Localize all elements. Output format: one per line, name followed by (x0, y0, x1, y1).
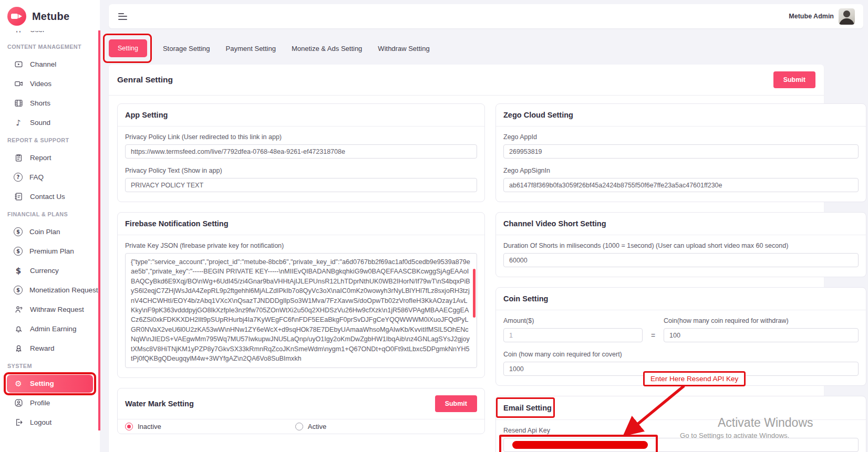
active-radio[interactable] (295, 423, 303, 430)
dollar-circle-icon: $ (14, 247, 23, 256)
coin-withdraw-input[interactable]: 100 (664, 328, 859, 342)
sidebar-item-logout[interactable]: Logout (0, 413, 100, 432)
tab-withdraw-setting[interactable]: Withdraw Setting (378, 45, 429, 52)
metube-logo-icon (7, 7, 26, 26)
sidebar-item-admin-earning[interactable]: Admin Earning (0, 319, 100, 339)
sidebar-item-coin-plan[interactable]: $ Coin Plan (0, 222, 100, 241)
sidebar-item-label: Admin Earning (30, 325, 77, 333)
topbar: Metube Admin (109, 4, 863, 28)
bell-dollar-icon (14, 324, 23, 334)
sidebar-item-setting[interactable]: ⚙ Setting (7, 375, 93, 393)
sidebar-item-videos[interactable]: Videos (0, 74, 100, 93)
card-title: Channel Video Short Setting (503, 219, 606, 228)
sidebar-item-label: Currency (30, 267, 59, 275)
sidebar-item-label: Shorts (30, 99, 50, 107)
main-area: Metube Admin Setting Storage Setting Pay… (100, 0, 868, 452)
sidebar-item-label: Reward (30, 344, 55, 352)
private-key-json-textarea[interactable]: {"type":"service_account","project_id":"… (125, 253, 477, 368)
sidebar-accent-divider (98, 30, 100, 430)
watermark-submit-button[interactable]: Submit (435, 395, 477, 412)
channel-video-short-card: Channel Video Short Setting Duration Of … (495, 212, 866, 277)
monetization-icon: $ (14, 286, 23, 295)
admin-avatar (839, 8, 855, 25)
gear-icon: ⚙ (14, 379, 23, 388)
logout-icon (14, 418, 23, 427)
sidebar-item-withraw-request[interactable]: Withraw Request (0, 300, 100, 319)
sidebar-item-profile[interactable]: Profile (0, 393, 100, 413)
tab-storage-setting[interactable]: Storage Setting (163, 45, 210, 52)
card-title: Firebase Notification Setting (125, 219, 229, 228)
sidebar-item-monetization-request[interactable]: $ Monetization Request (0, 280, 100, 300)
card-title: App Setting (125, 111, 168, 119)
sidebar-item-report[interactable]: Report (0, 148, 100, 167)
amount-input[interactable]: 1 (503, 328, 643, 342)
privacy-policy-link-input[interactable]: https://www.termsfeed.com/live/7792dfea-… (125, 144, 477, 159)
sidebar: Metube ∩ User CONTENT MANAGEMENT Channel… (0, 0, 100, 452)
zego-appsignin-label: Zego AppSignIn (503, 167, 859, 174)
privacy-policy-text-input[interactable]: PRIVACY POLICY TEXT (125, 178, 477, 192)
submit-button[interactable]: Submit (773, 71, 815, 88)
sidebar-section-content-management: CONTENT MANAGEMENT (0, 39, 100, 55)
film-icon (14, 99, 23, 108)
tab-payment-setting[interactable]: Payment Setting (226, 45, 276, 52)
coin-convert-label: Coin (how many coin required for covert) (503, 351, 859, 358)
water-mark-card: Water Mark Setting Submit Inactive Activ… (117, 388, 485, 434)
sidebar-item-label: Contact Us (30, 193, 65, 201)
sidebar-item-label: Report (30, 154, 51, 162)
brand-logo[interactable]: Metube (0, 0, 100, 31)
private-key-json-value: {"type":"service_account","project_id":"… (131, 258, 470, 362)
user-icon: ∩ (14, 31, 23, 35)
dollar-circle-icon: $ (14, 227, 23, 236)
inactive-radio[interactable] (125, 423, 133, 430)
sidebar-item-currency[interactable]: $ Currency (0, 261, 100, 280)
tab-setting[interactable]: Setting (109, 39, 147, 57)
shorts-duration-input[interactable]: 60000 (503, 253, 859, 267)
sidebar-item-label: Setting (30, 380, 54, 387)
privacy-policy-text-label: Privacy Policy Text (Show in app) (125, 167, 477, 174)
equals-sign: = (647, 328, 659, 342)
sidebar-section-report-support: REPORT & SUPPORT (0, 132, 100, 148)
general-setting-card: Genral Setting Submit App Setting Privac… (109, 65, 824, 452)
sidebar-item-reward[interactable]: Reward (0, 339, 100, 358)
radio-label: Inactive (138, 423, 161, 430)
card-title: Zego Cloud Setting (503, 111, 573, 119)
tab-label: Setting (118, 45, 138, 52)
card-title: Coin Setting (503, 295, 548, 303)
resend-api-key-input[interactable] (503, 438, 859, 452)
sidebar-item-label: Coin Plan (29, 228, 60, 236)
coin-withdraw-label: Coin(how many coin required for withdraw… (664, 317, 859, 324)
firebase-notification-card: Firebase Notification Setting Private Ke… (117, 212, 485, 378)
sidebar-item-premium-plan[interactable]: $ Premium Plan (0, 241, 100, 261)
app-setting-card: App Setting Privacy Policy Link (User re… (117, 103, 485, 202)
sidebar-item-shorts[interactable]: Shorts (0, 93, 100, 113)
textarea-scrollbar-thumb[interactable] (473, 269, 476, 318)
page-title: Genral Setting (117, 75, 173, 85)
profile-icon (14, 398, 23, 408)
zego-cloud-card: Zego Cloud Setting Zego AppId 269953819 … (495, 103, 866, 202)
watermark-inactive-option[interactable]: Inactive (125, 423, 161, 430)
private-key-json-label: Private Key JSON (firebase private key f… (125, 242, 477, 249)
sidebar-item-user-clipped[interactable]: ∩ User (0, 31, 100, 39)
zego-appid-input[interactable]: 269953819 (503, 144, 859, 159)
sidebar-item-contact-us[interactable]: Contact Us (0, 187, 100, 206)
sidebar-item-channel[interactable]: Channel (0, 55, 100, 74)
sidebar-item-label: Profile (30, 399, 50, 407)
sidebar-item-faq[interactable]: ? FAQ (0, 167, 100, 187)
hamburger-menu-icon[interactable] (117, 11, 128, 22)
sidebar-item-label: FAQ (29, 173, 44, 181)
radio-label: Active (308, 423, 326, 430)
resend-api-key-label: Resend Api Key (503, 427, 859, 434)
tab-monetize-ads-setting[interactable]: Monetize & Ads Setting (292, 45, 362, 52)
email-setting-card: Enter Here Resend API Key Email Setting … (495, 396, 866, 452)
sidebar-item-label: Premium Plan (29, 247, 74, 255)
amount-label: Amount($) (503, 317, 643, 324)
sidebar-item-label: Withraw Request (30, 306, 84, 313)
card-title: Water Mark Setting (125, 400, 194, 408)
admin-menu[interactable]: Metube Admin (789, 8, 855, 25)
sidebar-item-sound[interactable]: ♪ Sound (0, 113, 100, 132)
watermark-active-option[interactable]: Active (295, 423, 326, 430)
question-circle-icon: ? (14, 173, 23, 182)
video-camera-icon (14, 79, 23, 89)
music-note-icon: ♪ (14, 118, 23, 128)
zego-appsignin-input[interactable]: ab6147f8f369b0fa3059f26bf45a2424b8755f50… (503, 178, 859, 192)
